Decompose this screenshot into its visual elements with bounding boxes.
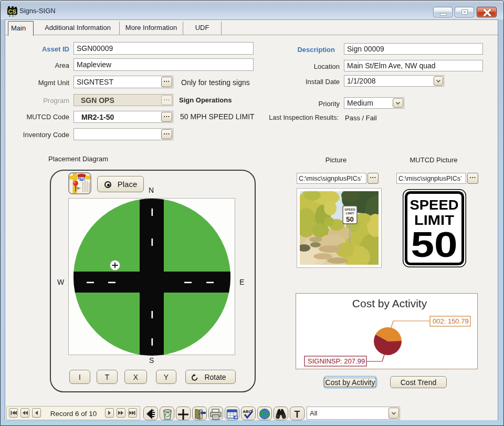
svg-text:LIMIT: LIMIT bbox=[346, 212, 354, 215]
svg-text:T: T bbox=[295, 409, 300, 420]
svg-text:SIGNINSP: 207.99: SIGNINSP: 207.99 bbox=[308, 357, 365, 365]
svg-text:50: 50 bbox=[346, 215, 353, 223]
svg-text:Cost by Activity: Cost by Activity bbox=[352, 297, 427, 309]
svg-text:CS: CS bbox=[8, 8, 16, 15]
svg-text:280: 280 bbox=[79, 176, 85, 180]
svg-text:SPEED: SPEED bbox=[410, 198, 459, 212]
svg-text:SPEED: SPEED bbox=[344, 208, 355, 211]
svg-text:002: 150.79: 002: 150.79 bbox=[433, 317, 469, 325]
svg-text:50: 50 bbox=[411, 224, 458, 264]
